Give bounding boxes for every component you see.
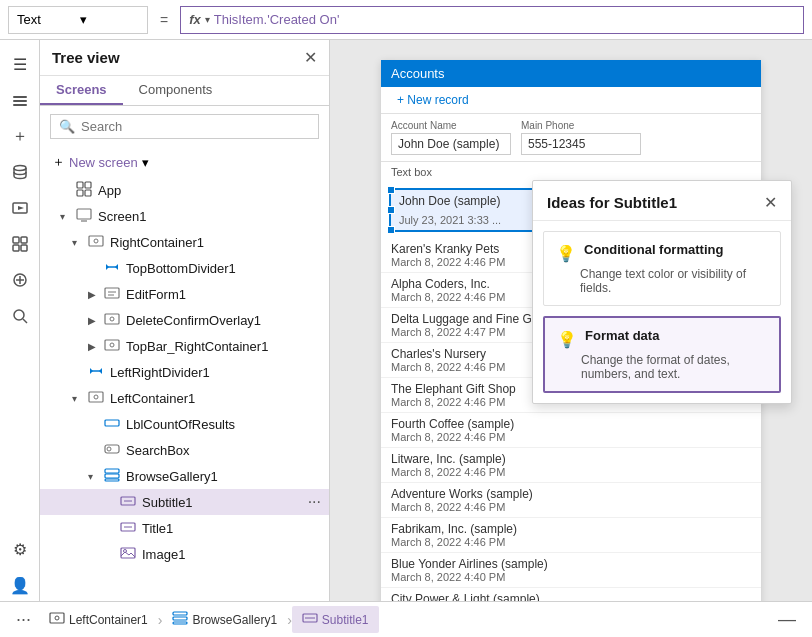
svg-point-11 [14, 310, 24, 320]
chevron-leftcontainer1: ▾ [72, 393, 84, 404]
gallery-row-8[interactable]: Fabrikam, Inc. (sample) March 8, 2022 4:… [381, 518, 761, 553]
nav-user-icon[interactable]: 👤 [4, 569, 36, 601]
tree-item-leftrightdivider1[interactable]: LeftRightDivider1 [40, 359, 329, 385]
tree-content: ＋ New screen ▾ App ▾ Screen1 [40, 147, 329, 601]
tree-item-app[interactable]: App [40, 177, 329, 203]
tree-item-app-label: App [98, 183, 321, 198]
tab-components[interactable]: Components [123, 76, 229, 105]
tree-item-editform1[interactable]: ▶ EditForm1 [40, 281, 329, 307]
canvas-area: Accounts + New record Account Name John … [330, 40, 812, 601]
svg-marker-32 [90, 368, 93, 374]
formula-bar[interactable]: fx ▾ ThisItem.'Created On' [180, 6, 804, 34]
new-screen-button[interactable]: ＋ New screen ▾ [40, 149, 329, 175]
gallery-row-9[interactable]: Blue Yonder Airlines (sample) March 8, 2… [381, 553, 761, 588]
idea-card1-title: Conditional formatting [584, 242, 723, 257]
handle-tl[interactable] [387, 186, 395, 194]
tree-close-button[interactable]: ✕ [304, 48, 317, 67]
tree-item-topbar-rightcontainer1[interactable]: ▶ TopBar_RightContainer1 [40, 333, 329, 359]
account-name-input[interactable]: John Doe (sample) [391, 133, 511, 155]
tree-item-subtitle1[interactable]: Subtitle1 ··· [40, 489, 329, 515]
svg-rect-2 [13, 104, 27, 106]
svg-rect-41 [105, 479, 119, 481]
nav-layers-icon[interactable] [4, 84, 36, 116]
nav-settings-icon[interactable]: ⚙ [4, 533, 36, 565]
tree-item-searchbox[interactable]: SearchBox [40, 437, 329, 463]
nav-components-icon[interactable] [4, 228, 36, 260]
account-name-label: Account Name [391, 120, 511, 131]
svg-rect-40 [105, 474, 119, 478]
new-record-button[interactable]: + New record [391, 91, 475, 109]
chevron-topbar-rightcontainer1: ▶ [88, 341, 100, 352]
nav-search-icon[interactable] [4, 300, 36, 332]
left-nav: ☰ ＋ ⚙ 👤 [0, 40, 40, 601]
accounts-title: Accounts [391, 66, 444, 81]
gallery-row-10-name: City Power & Light (sample) [391, 592, 751, 601]
phone-input[interactable]: 555-12345 [521, 133, 641, 155]
tree-item-screen1[interactable]: ▾ Screen1 [40, 203, 329, 229]
tree-tabs: Screens Components [40, 76, 329, 106]
svg-rect-36 [105, 420, 119, 426]
tree-title: Tree view [52, 49, 120, 66]
svg-rect-14 [85, 182, 91, 188]
bc-leftcontainer-icon [49, 610, 65, 629]
dropdown-chevron: ▾ [80, 12, 139, 27]
ideas-close-button[interactable]: ✕ [764, 193, 777, 212]
tree-item-title1[interactable]: Title1 [40, 515, 329, 541]
svg-rect-51 [173, 617, 187, 620]
bottom-more-button[interactable]: ··· [8, 609, 39, 630]
label-icon [104, 415, 122, 434]
idea-card1-icon: 💡 [556, 244, 576, 263]
idea-card-format[interactable]: 💡 Format data Change the format of dates… [543, 316, 781, 393]
gallery-row-7[interactable]: Adventure Works (sample) March 8, 2022 4… [381, 483, 761, 518]
handle-bl[interactable] [387, 226, 395, 234]
tree-item-lblcountofresults-label: LblCountOfResults [126, 417, 321, 432]
tree-item-topbottomdivider1-label: TopBottomDivider1 [126, 261, 321, 276]
handle-lm[interactable] [387, 206, 395, 214]
dropdown-value: Text [17, 12, 76, 27]
tree-item-image1[interactable]: Image1 [40, 541, 329, 567]
breadcrumb-leftcontainer[interactable]: LeftContainer1 [39, 606, 158, 633]
property-dropdown[interactable]: Text ▾ [8, 6, 148, 34]
nav-media-icon[interactable] [4, 192, 36, 224]
svg-rect-34 [89, 392, 103, 402]
tree-item-lblcountofresults[interactable]: LblCountOfResults [40, 411, 329, 437]
bottom-minus-button[interactable]: — [770, 609, 804, 630]
subtitle1-more-button[interactable]: ··· [308, 493, 321, 511]
nav-variables-icon[interactable] [4, 264, 36, 296]
idea-card2-title: Format data [585, 328, 659, 343]
gallery-row-6[interactable]: Litware, Inc. (sample) March 8, 2022 4:4… [381, 448, 761, 483]
tree-item-browsegallery1[interactable]: ▾ BrowseGallery1 [40, 463, 329, 489]
idea-card-conditional[interactable]: 💡 Conditional formatting Change text col… [543, 231, 781, 306]
svg-rect-24 [105, 288, 119, 298]
svg-rect-19 [89, 236, 103, 246]
new-screen-chevron: ▾ [142, 155, 149, 170]
main-layout: ☰ ＋ ⚙ 👤 Tree view ✕ Screens Componen [0, 40, 812, 601]
nav-add-icon[interactable]: ＋ [4, 120, 36, 152]
leftcontainer-icon [88, 389, 106, 408]
tree-item-deleteconfirmoverlay1[interactable]: ▶ DeleteConfirmOverlay1 [40, 307, 329, 333]
search-input[interactable] [81, 119, 310, 134]
svg-rect-8 [13, 245, 19, 251]
breadcrumb-subtitle1[interactable]: Subtitle1 [292, 606, 379, 633]
account-name-field: Account Name John Doe (sample) [391, 120, 511, 155]
tab-screens[interactable]: Screens [40, 76, 123, 105]
bottom-right: — [770, 609, 804, 630]
svg-marker-23 [115, 264, 118, 270]
gallery-row-10[interactable]: City Power & Light (sample) March 8, 202… [381, 588, 761, 601]
svg-point-35 [94, 395, 98, 399]
formula-text: ThisItem.'Created On' [214, 12, 340, 27]
gallery-row-5[interactable]: Fourth Coffee (sample) March 8, 2022 4:4… [381, 413, 761, 448]
breadcrumb-browsegallery[interactable]: BrowseGallery1 [162, 606, 287, 633]
nav-home-icon[interactable]: ☰ [4, 48, 36, 80]
gallery-row-7-date: March 8, 2022 4:46 PM [391, 501, 751, 513]
search-box: 🔍 [50, 114, 319, 139]
svg-point-28 [110, 317, 114, 321]
chevron-rightcontainer1: ▾ [72, 237, 84, 248]
nav-data-icon[interactable] [4, 156, 36, 188]
tree-item-searchbox-label: SearchBox [126, 443, 321, 458]
form-icon [104, 285, 122, 304]
tree-item-leftcontainer1[interactable]: ▾ LeftContainer1 [40, 385, 329, 411]
tree-item-rightcontainer1[interactable]: ▾ RightContainer1 [40, 229, 329, 255]
breadcrumb: LeftContainer1 › BrowseGallery1 › Subtit… [39, 606, 770, 633]
tree-item-topbottomdivider1[interactable]: TopBottomDivider1 [40, 255, 329, 281]
